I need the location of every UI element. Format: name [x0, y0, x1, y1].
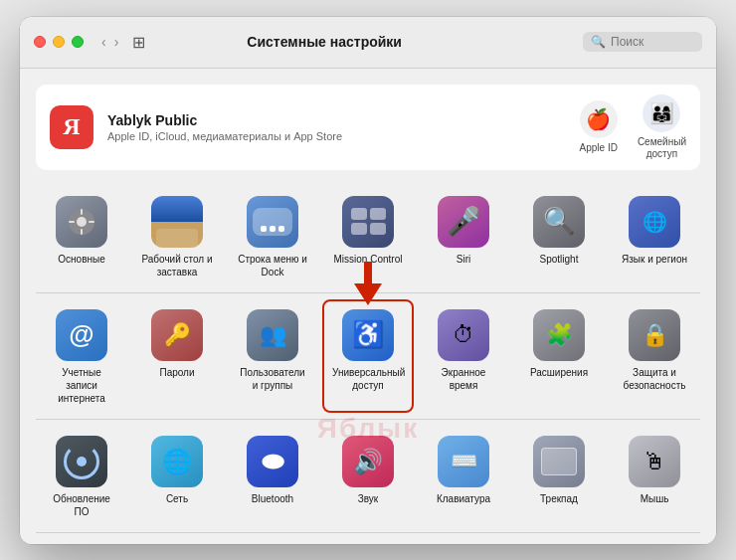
sound-label: Звук: [358, 492, 379, 505]
pref-bluetooth[interactable]: ⬬ Bluetooth: [227, 426, 318, 526]
security-icon: 🔒: [629, 309, 680, 361]
window-title: Системные настройки: [76, 34, 573, 50]
divider-1: [36, 292, 700, 293]
section-row-1: Основные Рабочий стол и заставка: [36, 186, 700, 286]
pref-security[interactable]: 🔒 Защита и безопасность: [609, 299, 700, 413]
desktop-label: Рабочий стол и заставка: [141, 253, 213, 279]
mouse-label: Мышь: [641, 492, 669, 505]
pref-battery[interactable]: 💡 Экономия энергии: [131, 539, 223, 544]
pref-startup[interactable]: 💾 Загрузочный диск: [513, 539, 605, 544]
section-row-2: @ Учетные записи интернета 🔑 Пароли 👥 По…: [36, 299, 700, 413]
network-icon: 🌐: [151, 436, 203, 487]
pref-screentime[interactable]: ⏱ Экранное время: [418, 299, 509, 413]
pref-updates[interactable]: Обновление ПО: [36, 426, 127, 526]
spotlight-icon: 🔍: [533, 196, 585, 248]
titlebar: ‹ › ⊞ Системные настройки 🔍: [20, 17, 716, 69]
svg-rect-4: [69, 221, 75, 223]
keyboard-icon: ⌨️: [438, 436, 489, 487]
siri-icon: 🎤: [438, 196, 489, 248]
updates-label: Обновление ПО: [46, 492, 117, 518]
apple-id-action[interactable]: 🍎 Apple ID: [580, 100, 618, 154]
pref-general[interactable]: Основные: [36, 186, 127, 286]
desktop-icon: [151, 196, 203, 248]
security-label: Защита и безопасность: [619, 366, 690, 392]
family-label: Семейныйдоступ: [638, 136, 686, 160]
mission-label: Mission Control: [334, 253, 403, 266]
dock-label: Строка меню и Dock: [237, 253, 308, 279]
lang-icon: 🌐: [629, 196, 680, 248]
pref-datetime[interactable]: 17 Дата и время: [227, 539, 318, 544]
trackpad-label: Трекпад: [540, 492, 578, 505]
extensions-icon: 🧩: [533, 309, 585, 361]
close-button[interactable]: [34, 36, 46, 48]
users-label: Пользователи и группы: [237, 366, 308, 392]
dock-icon: [247, 196, 298, 248]
spotlight-label: Spotlight: [540, 253, 579, 266]
pref-siri[interactable]: 🎤 Siri: [418, 186, 509, 286]
pref-printers[interactable]: 🖨 Принтеры и сканеры: [36, 539, 127, 544]
profile-name: Yablyk Public: [107, 112, 566, 128]
pref-passwords[interactable]: 🔑 Пароли: [131, 299, 223, 413]
profile-icon: Я: [50, 105, 93, 149]
pref-users[interactable]: 👥 Пользователи и группы: [227, 299, 318, 413]
mission-icon: [342, 196, 394, 248]
pref-mission-control[interactable]: Mission Control: [322, 186, 414, 286]
pref-accessibility[interactable]: ♿ Универсальный доступ: [322, 299, 414, 413]
accounts-icon: @: [56, 309, 107, 361]
profile-subtitle: Apple ID, iCloud, медиаматериалы и App S…: [107, 130, 566, 142]
trackpad-icon: [533, 436, 585, 487]
search-icon: 🔍: [591, 35, 606, 49]
sound-icon: 🔊: [342, 436, 394, 487]
bluetooth-icon: ⬬: [247, 436, 298, 487]
pref-timemachine[interactable]: ⏰ Time Machine: [418, 539, 509, 544]
accessibility-label: Универсальный доступ: [332, 366, 404, 392]
search-input[interactable]: [611, 35, 690, 49]
divider-2: [36, 419, 700, 420]
screentime-label: Экранное время: [428, 366, 499, 392]
minimize-button[interactable]: [53, 36, 65, 48]
extensions-label: Расширения: [530, 366, 588, 379]
system-preferences-window: ‹ › ⊞ Системные настройки 🔍 Яблык Я Yabl…: [20, 17, 716, 544]
accessibility-icon: ♿: [342, 309, 394, 361]
main-content: Яблык Я Yablyk Public Apple ID, iCloud, …: [20, 69, 716, 544]
network-label: Сеть: [166, 492, 188, 505]
apple-id-label: Apple ID: [580, 142, 618, 154]
search-box[interactable]: 🔍: [583, 32, 702, 52]
general-label: Основные: [58, 253, 104, 266]
svg-rect-5: [89, 221, 94, 223]
family-action[interactable]: 👨‍👩‍👧 Семейныйдоступ: [638, 94, 686, 160]
svg-point-1: [77, 217, 87, 227]
pref-dock[interactable]: Строка меню и Dock: [227, 186, 318, 286]
pref-extensions[interactable]: 🧩 Расширения: [513, 299, 605, 413]
accounts-label: Учетные записи интернета: [46, 366, 117, 405]
users-icon: 👥: [247, 309, 298, 361]
pref-spotlight[interactable]: 🔍 Spotlight: [513, 186, 605, 286]
pref-network[interactable]: 🌐 Сеть: [131, 426, 223, 526]
pref-trackpad[interactable]: Трекпад: [513, 426, 605, 526]
divider-3: [36, 532, 700, 533]
section-row-3: Обновление ПО 🌐 Сеть ⬬ Bluetooth 🔊 Звук: [36, 426, 700, 526]
lang-label: Язык и регион: [622, 253, 687, 266]
updates-icon: [56, 436, 107, 487]
keyboard-label: Клавиатура: [437, 492, 490, 505]
pref-keyboard[interactable]: ⌨️ Клавиатура: [418, 426, 509, 526]
svg-rect-2: [81, 209, 83, 215]
passwords-icon: 🔑: [151, 309, 203, 361]
pref-lang[interactable]: 🌐 Язык и регион: [609, 186, 700, 286]
pref-sound[interactable]: 🔊 Звук: [322, 426, 414, 526]
pref-accounts[interactable]: @ Учетные записи интернета: [36, 299, 127, 413]
profile-info: Yablyk Public Apple ID, iCloud, медиамат…: [107, 112, 566, 142]
section-row-4: 🖨 Принтеры и сканеры 💡 Экономия энергии …: [36, 539, 700, 544]
pref-mouse[interactable]: 🖱 Мышь: [609, 426, 700, 526]
siri-label: Siri: [457, 253, 470, 266]
family-icon: 👨‍👩‍👧: [643, 94, 680, 132]
passwords-label: Пароли: [159, 366, 194, 379]
svg-rect-3: [81, 229, 83, 235]
apple-id-icon: 🍎: [580, 100, 618, 138]
bluetooth-label: Bluetooth: [252, 492, 293, 505]
empty-slot: [609, 539, 700, 544]
pref-desktop[interactable]: Рабочий стол и заставка: [131, 186, 223, 286]
profile-section: Я Yablyk Public Apple ID, iCloud, медиам…: [36, 85, 700, 170]
pref-sharing[interactable]: 📂 Общий доступ: [322, 539, 414, 544]
general-icon: [56, 196, 107, 248]
